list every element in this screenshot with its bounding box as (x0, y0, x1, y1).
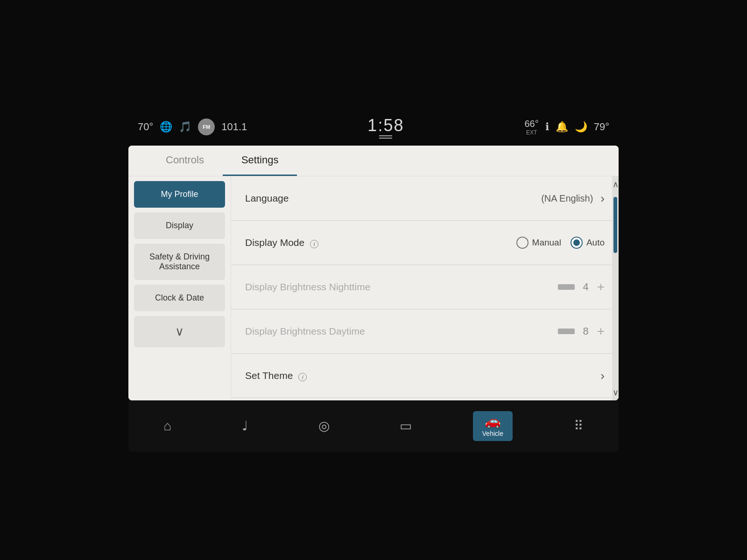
language-value: (NA English) › (541, 191, 605, 206)
radio-auto-circle[interactable] (571, 237, 583, 249)
weather-icon: 🌐 (160, 121, 172, 133)
brightness-day-value: 8 (581, 325, 591, 337)
nav-icon: ◎ (318, 420, 330, 433)
scroll-thumb[interactable] (613, 197, 617, 253)
set-theme-row: Set Theme i › (231, 354, 619, 398)
scroll-down-button[interactable]: ∨ (613, 387, 619, 398)
tab-controls[interactable]: Controls (147, 146, 223, 176)
status-right: 66° EXT ℹ 🔔 🌙 79° (524, 119, 609, 136)
home-icon: ⌂ (163, 420, 171, 433)
exterior-temp: 66° EXT (524, 119, 538, 136)
brightness-day-stepper: 8 + (558, 325, 605, 338)
sidebar-item-my-profile[interactable]: My Profile (134, 181, 225, 208)
set-theme-info-icon: i (298, 373, 307, 381)
scroll-up-button[interactable]: ∧ (613, 179, 619, 189)
nav-phone[interactable]: ▭ (390, 416, 421, 436)
status-bar: 70° 🌐 🎵 FM 101.1 1:58 66° EXT ℹ 🔔 🌙 79° (128, 108, 619, 146)
bottom-nav: ⌂ ♩ ◎ ▭ 🚗 Vehicle ⠿ (128, 400, 619, 452)
brightness-night-plus[interactable]: + (597, 280, 605, 294)
apps-icon: ⠿ (574, 420, 584, 433)
radio-auto[interactable]: Auto (571, 237, 605, 249)
set-theme-label: Set Theme i (245, 370, 600, 381)
display-mode-radio-group: Manual Auto (516, 237, 605, 249)
status-center: 1:58 (367, 116, 404, 139)
battery-icon: 🌙 (575, 121, 587, 133)
set-theme-value: › (600, 369, 605, 383)
brightness-day-row: Display Brightness Daytime 8 + (231, 309, 619, 354)
tab-bar: Controls Settings (128, 146, 619, 176)
settings-panel: Language (NA English) › Display Mode i M… (231, 176, 619, 400)
radio-auto-label: Auto (586, 238, 605, 248)
language-label: Language (245, 193, 541, 204)
nav-music[interactable]: ♩ (233, 416, 257, 436)
brightness-night-label: Display Brightness Nighttime (245, 281, 558, 293)
fm-badge: FM (198, 119, 215, 135)
brightness-day-minus[interactable] (558, 329, 575, 334)
nav-vehicle[interactable]: 🚗 Vehicle (473, 411, 513, 441)
brightness-day-plus[interactable]: + (597, 325, 605, 338)
station: 101.1 (221, 121, 247, 133)
brightness-night-stepper: 4 + (558, 280, 605, 294)
sidebar-item-safety[interactable]: Safety & Driving Assistance (134, 244, 225, 280)
language-chevron[interactable]: › (600, 191, 605, 206)
display-mode-row: Display Mode i Manual Auto (231, 221, 619, 265)
nav-apps[interactable]: ⠿ (564, 416, 593, 436)
display-mode-info-icon: i (310, 240, 318, 248)
main-panel: Controls Settings My Profile Display Saf… (128, 146, 619, 400)
vehicle-label: Vehicle (482, 430, 503, 437)
brightness-night-value: 4 (581, 281, 591, 293)
status-left: 70° 🌐 🎵 FM 101.1 (138, 119, 247, 135)
nav-navigation[interactable]: ◎ (309, 416, 339, 436)
clock: 1:58 (367, 116, 404, 135)
radio-manual-circle[interactable] (516, 237, 529, 249)
battery-temp: 79° (594, 121, 609, 133)
nav-home[interactable]: ⌂ (154, 416, 181, 436)
sidebar-item-clock-date[interactable]: Clock & Date (134, 285, 225, 311)
language-row: Language (NA English) › (231, 176, 619, 221)
radio-manual-label: Manual (532, 238, 561, 248)
sidebar-item-display[interactable]: Display (134, 212, 225, 239)
info-icon: ℹ (545, 121, 549, 133)
interior-temp: 70° (138, 121, 153, 133)
bell-icon: 🔔 (556, 121, 568, 133)
sidebar-scroll-down[interactable]: ∨ (134, 316, 225, 347)
brightness-night-row: Display Brightness Nighttime 4 + (231, 265, 619, 309)
language-current: (NA English) (541, 193, 593, 204)
brightness-night-minus[interactable] (558, 284, 575, 290)
audio-icon: 🎵 (179, 121, 191, 133)
content-area: My Profile Display Safety & Driving Assi… (128, 176, 619, 400)
menu-lines (379, 135, 392, 139)
radio-manual[interactable]: Manual (516, 237, 561, 249)
set-theme-chevron[interactable]: › (600, 369, 605, 383)
display-mode-label: Display Mode i (245, 237, 516, 248)
tab-settings[interactable]: Settings (223, 146, 297, 176)
phone-icon: ▭ (400, 420, 412, 433)
brightness-day-label: Display Brightness Daytime (245, 326, 558, 337)
scrollbar: ∧ ∨ (612, 176, 619, 400)
sidebar: My Profile Display Safety & Driving Assi… (128, 176, 231, 400)
vehicle-icon: 🚗 (485, 415, 501, 428)
music-icon: ♩ (242, 420, 248, 433)
